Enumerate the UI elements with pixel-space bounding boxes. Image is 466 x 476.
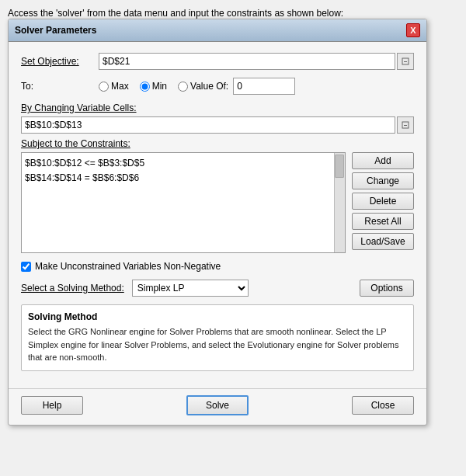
solving-method-select[interactable]: GRG Nonlinear Simplex LP Evolutionary [132, 280, 249, 297]
solving-info-box: Solving Method Select the GRG Nonlinear … [21, 304, 414, 371]
set-objective-input[interactable] [99, 53, 395, 70]
changing-cells-input-group [21, 116, 414, 134]
constraints-buttons: Add Change Delete Reset All Load/Save [352, 152, 414, 253]
svg-rect-1 [404, 61, 407, 62]
objective-input-group [99, 53, 414, 70]
checkbox-row: Make Unconstrained Variables Non-Negativ… [21, 261, 414, 272]
max-radio[interactable] [99, 82, 109, 92]
value-of-radio[interactable] [178, 82, 188, 92]
solver-dialog: Solver Parameters X Set Objective: To: M… [8, 19, 427, 426]
non-negative-checkbox[interactable] [21, 262, 31, 272]
changing-cells-input[interactable] [21, 116, 395, 134]
delete-button[interactable]: Delete [352, 193, 414, 210]
objective-collapse-btn[interactable] [397, 53, 414, 70]
solving-method-label: Select a Solving Method: [21, 283, 124, 294]
value-of-input[interactable] [233, 78, 295, 95]
change-button[interactable]: Change [352, 172, 414, 189]
constraints-list-container: $B$10:$D$12 <= $B$3:$D$5 $B$14:$D$14 = $… [21, 152, 346, 253]
constraints-area: $B$10:$D$12 <= $B$3:$D$5 $B$14:$D$14 = $… [21, 152, 414, 253]
constraints-section: Subject to the Constraints: $B$10:$D$12 … [21, 138, 414, 253]
scrollbar-thumb[interactable] [335, 155, 344, 178]
value-of-radio-label[interactable]: Value Of: [178, 81, 228, 92]
min-radio[interactable] [140, 82, 150, 92]
scrollbar-track[interactable] [334, 153, 345, 252]
set-objective-label: Set Objective: [21, 56, 99, 67]
non-negative-label[interactable]: Make Unconstrained Variables Non-Negativ… [35, 261, 221, 272]
select-wrapper: GRG Nonlinear Simplex LP Evolutionary [132, 280, 249, 297]
add-button[interactable]: Add [352, 152, 414, 169]
constraints-text: $B$10:$D$12 <= $B$3:$D$5 $B$14:$D$14 = $… [22, 153, 334, 252]
close-icon[interactable]: X [406, 23, 420, 37]
dialog-footer: Help Solve Close [9, 388, 426, 425]
load-save-button[interactable]: Load/Save [352, 233, 414, 250]
value-of-group: Value Of: [178, 78, 295, 95]
constraint-row-1: $B$10:$D$12 <= $B$3:$D$5 [25, 156, 331, 171]
title-bar: Solver Parameters X [9, 19, 426, 42]
max-radio-label[interactable]: Max [99, 81, 129, 92]
dialog-title: Solver Parameters [15, 25, 96, 36]
constraint-row-2: $B$14:$D$14 = $B$6:$D$6 [25, 171, 331, 186]
solve-button[interactable]: Solve [186, 395, 249, 415]
dialog-body: Set Objective: To: Max Min [9, 42, 426, 388]
set-objective-row: Set Objective: [21, 53, 414, 70]
changing-cells-collapse-btn[interactable] [397, 116, 414, 134]
changing-cells-label: By Changing Variable Cells: [21, 102, 414, 113]
close-button[interactable]: Close [352, 396, 414, 415]
changing-cells-section: By Changing Variable Cells: [21, 102, 414, 134]
options-button[interactable]: Options [360, 280, 414, 297]
min-radio-label[interactable]: Min [140, 81, 167, 92]
solving-method-row: Select a Solving Method: GRG Nonlinear S… [21, 280, 414, 297]
svg-rect-3 [404, 125, 407, 126]
help-button[interactable]: Help [21, 396, 83, 415]
constraints-label: Subject to the Constraints: [21, 138, 414, 149]
to-radio-group: Max Min Value Of: [99, 78, 414, 95]
page-instruction: Access the 'solver' from the data menu a… [8, 8, 458, 19]
reset-all-button[interactable]: Reset All [352, 213, 414, 230]
solving-info-title: Solving Method [28, 311, 407, 322]
solving-info-text: Select the GRG Nonlinear engine for Solv… [28, 325, 407, 364]
to-row: To: Max Min Value Of: [21, 78, 414, 95]
to-label: To: [21, 81, 99, 92]
